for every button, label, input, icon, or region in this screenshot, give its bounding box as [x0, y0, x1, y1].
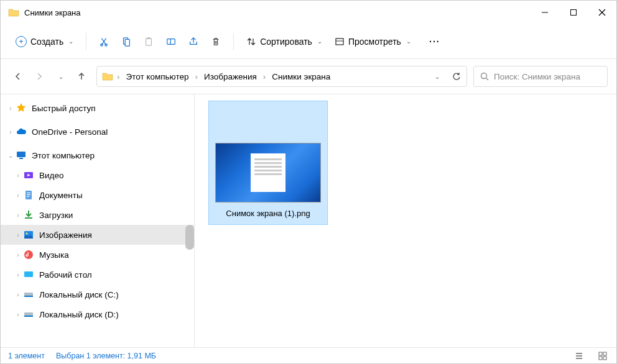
- refresh-button[interactable]: [452, 72, 462, 81]
- sidebar-item-disk-d[interactable]: › Локальный диск (D:): [1, 304, 194, 324]
- toolbar: + Создать ⌄ Сортировать ⌄ Просмотреть ⌄ …: [1, 24, 616, 59]
- svg-point-24: [26, 233, 28, 235]
- delete-button[interactable]: [205, 30, 227, 53]
- sidebar-item-downloads[interactable]: › Загрузки: [1, 205, 194, 225]
- status-selection: Выбран 1 элемент: 1,91 МБ: [56, 352, 156, 360]
- svg-rect-1: [571, 10, 577, 16]
- close-button[interactable]: [588, 1, 616, 24]
- folder-icon: [8, 8, 19, 17]
- status-bar: 1 элемент Выбран 1 элемент: 1,91 МБ: [1, 347, 616, 363]
- chevron-down-icon: ⌄: [6, 152, 16, 159]
- video-icon: [23, 170, 34, 181]
- forward-button[interactable]: [30, 68, 48, 85]
- svg-rect-28: [24, 296, 33, 297]
- folder-icon: [102, 72, 113, 81]
- svg-point-14: [481, 73, 487, 79]
- status-count: 1 элемент: [8, 352, 45, 360]
- scrollbar-thumb[interactable]: [185, 225, 194, 250]
- more-button[interactable]: ···: [424, 30, 446, 53]
- chevron-right-icon: ›: [193, 72, 199, 81]
- address-bar: ⌄ › Этот компьютер › Изображения › Снимк…: [1, 59, 616, 94]
- svg-rect-33: [599, 357, 602, 360]
- separator: [86, 33, 86, 50]
- breadcrumb[interactable]: › Этот компьютер › Изображения › Снимки …: [96, 66, 467, 87]
- search-icon: [480, 72, 489, 81]
- chevron-right-icon: ›: [13, 291, 23, 298]
- svg-rect-12: [336, 39, 343, 45]
- maximize-button[interactable]: [559, 1, 588, 24]
- sidebar-item-quick-access[interactable]: › Быстрый доступ: [1, 98, 194, 118]
- disk-icon: [23, 289, 34, 300]
- crumb-screenshots[interactable]: Снимки экрана: [269, 72, 333, 81]
- svg-rect-16: [17, 152, 26, 157]
- minimize-button[interactable]: [531, 1, 559, 24]
- thumbnails-view-button[interactable]: [596, 350, 609, 362]
- paste-button[interactable]: [137, 30, 160, 53]
- sort-button[interactable]: Сортировать ⌄: [240, 30, 328, 53]
- nav-arrows: ⌄: [9, 68, 90, 85]
- svg-rect-34: [603, 357, 606, 360]
- label: OneDrive - Personal: [32, 127, 108, 137]
- desktop-icon: [23, 269, 34, 280]
- chevron-right-icon: ›: [13, 271, 23, 278]
- label: Локальный диск (D:): [39, 310, 119, 319]
- cloud-icon: [16, 126, 27, 137]
- svg-rect-11: [170, 39, 175, 44]
- share-button[interactable]: [182, 30, 205, 53]
- sidebar-item-desktop[interactable]: › Рабочий стол: [1, 265, 194, 284]
- content-area[interactable]: Снимок экрана (1).png: [195, 94, 616, 347]
- up-button[interactable]: [73, 68, 90, 85]
- sidebar-item-pictures[interactable]: › Изображения: [1, 225, 194, 245]
- svg-rect-7: [125, 39, 129, 46]
- svg-rect-31: [599, 352, 602, 355]
- sort-label: Сортировать: [260, 37, 312, 47]
- chevron-right-icon: ›: [13, 232, 23, 239]
- sidebar-item-this-pc[interactable]: ⌄ Этот компьютер: [1, 145, 194, 165]
- view-button[interactable]: Просмотреть ⌄: [328, 30, 417, 53]
- svg-rect-26: [24, 271, 33, 277]
- copy-button[interactable]: [115, 30, 137, 53]
- svg-rect-32: [603, 352, 606, 355]
- rename-button[interactable]: [160, 30, 182, 53]
- svg-rect-30: [24, 316, 33, 317]
- sidebar-item-music[interactable]: › Музыка: [1, 245, 194, 265]
- sidebar-item-onedrive[interactable]: › OneDrive - Personal: [1, 122, 194, 142]
- chevron-down-icon: ⌄: [406, 38, 411, 45]
- svg-rect-9: [147, 37, 151, 39]
- new-button[interactable]: + Создать ⌄: [9, 30, 80, 53]
- crumb-this-pc[interactable]: Этот компьютер: [124, 72, 192, 81]
- sidebar-item-videos[interactable]: › Видео: [1, 165, 194, 185]
- chevron-right-icon: ›: [6, 129, 16, 135]
- label: Локальный диск (C:): [39, 290, 119, 299]
- label: Музыка: [39, 250, 69, 260]
- crumb-pictures[interactable]: Изображения: [202, 72, 259, 81]
- chevron-right-icon: ›: [13, 311, 23, 318]
- view-label: Просмотреть: [348, 37, 401, 47]
- details-view-button[interactable]: [573, 350, 585, 362]
- svg-rect-22: [27, 196, 29, 197]
- label: Документы: [39, 191, 83, 200]
- chevron-down-icon: ⌄: [58, 73, 63, 80]
- view-icon: [335, 37, 345, 47]
- sidebar-item-disk-c[interactable]: › Локальный диск (C:): [1, 284, 194, 304]
- svg-rect-20: [27, 193, 30, 193]
- sidebar-item-documents[interactable]: › Документы: [1, 185, 194, 205]
- back-button[interactable]: [9, 68, 27, 85]
- file-item[interactable]: Снимок экрана (1).png: [208, 101, 328, 225]
- recent-button[interactable]: ⌄: [52, 68, 69, 85]
- cut-button[interactable]: [93, 30, 115, 53]
- plus-icon: +: [16, 36, 27, 47]
- svg-line-15: [486, 78, 489, 81]
- star-icon: [16, 102, 27, 114]
- pictures-icon: [23, 229, 34, 240]
- search-input[interactable]: Поиск: Снимки экрана: [473, 66, 608, 87]
- chevron-down-icon: ⌄: [317, 38, 322, 45]
- chevron-right-icon: ›: [6, 105, 16, 112]
- window-title: Снимки экрана: [24, 8, 531, 17]
- file-name: Снимок экрана (1).png: [226, 209, 310, 218]
- new-label: Создать: [30, 37, 63, 47]
- thumbnail: [215, 143, 321, 202]
- separator: [233, 33, 234, 50]
- chevron-right-icon: ›: [262, 72, 267, 81]
- chevron-down-icon[interactable]: ⌄: [435, 73, 440, 80]
